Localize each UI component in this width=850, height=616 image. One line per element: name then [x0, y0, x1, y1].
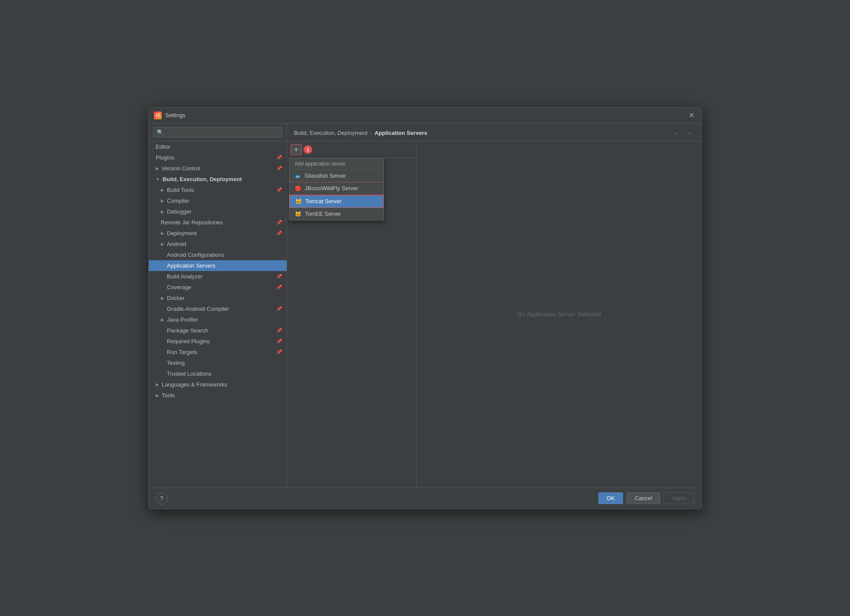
sidebar-item-build-execution-deployment[interactable]: ▼ Build, Execution, Deployment [149, 174, 287, 185]
bt-label: Build Tools [167, 187, 194, 193]
plugins-pin-icon: 📌 [276, 155, 282, 160]
sidebar-item-android[interactable]: ▶ Android [149, 239, 287, 249]
right-panel: No Application Server Selected [417, 141, 701, 488]
main-header: Build, Execution, Deployment › Applicati… [287, 124, 701, 141]
apply-button[interactable]: Apply [664, 492, 694, 504]
coverage-pin-icon: 📌 [276, 284, 282, 290]
sidebar-item-android-configurations[interactable]: Android Configurations [149, 249, 287, 260]
app-icon: IJ [154, 112, 162, 119]
dropdown-item-tomcat[interactable]: 🐱 Tomcat Server [289, 195, 383, 208]
sidebar-item-deployment[interactable]: ▶ Deployment 📌 [149, 228, 287, 239]
sidebar-item-gradle-android[interactable]: Gradle-Android Compiler 📌 [149, 303, 287, 314]
docker-label: Docker [167, 295, 185, 301]
sidebar-item-required-plugins[interactable]: Required Plugins 📌 [149, 336, 287, 347]
ok-button[interactable]: OK [598, 492, 623, 504]
tomcat-label: Tomcat Server [305, 198, 342, 204]
sidebar-item-testing[interactable]: Testing [149, 357, 287, 368]
cancel-button[interactable]: Cancel [626, 492, 660, 504]
sidebar-item-java-profiler[interactable]: ▶ Java Profiler [149, 314, 287, 325]
sidebar-item-debugger[interactable]: ▶ Debugger [149, 206, 287, 217]
dropdown-item-jboss[interactable]: 🔴 JBoss/WildFly Server [289, 182, 383, 195]
jboss-label: JBoss/WildFly Server [305, 185, 358, 192]
breadcrumb-parent: Build, Execution, Deployment [294, 130, 367, 136]
sidebar-item-package-search[interactable]: Package Search 📌 [149, 325, 287, 336]
dropdown-item-glassfish[interactable]: 🐟 Glassfish Server [289, 170, 383, 182]
help-icon: ? [160, 495, 163, 502]
search-box [149, 124, 287, 141]
android-label: Android [167, 241, 186, 247]
tomcat-icon: 🐱 [295, 198, 302, 205]
sidebar-item-trusted-locations[interactable]: Trusted Locations [149, 368, 287, 379]
compiler-label: Compiler [167, 198, 189, 204]
remote-jar-pin-icon: 📌 [276, 220, 282, 225]
vc-pin-icon: 📌 [276, 166, 282, 171]
run-targets-label: Run Targets [167, 349, 197, 355]
toolbar: + 1 [287, 141, 416, 158]
package-search-label: Package Search [167, 327, 208, 334]
settings-dialog: IJ Settings ✕ Editor Plugins 📌 [148, 107, 702, 509]
sidebar-item-build-tools[interactable]: ▶ Build Tools 📌 [149, 185, 287, 195]
deployment-arrow-icon: ▶ [161, 231, 164, 236]
breadcrumb: Build, Execution, Deployment › Applicati… [294, 130, 427, 136]
help-button[interactable]: ? [156, 492, 168, 504]
sidebar-item-plugins[interactable]: Plugins 📌 [149, 152, 287, 163]
sidebar-item-run-targets[interactable]: Run Targets 📌 [149, 347, 287, 357]
main-body: + 1 Add application server 🐟 Glassfish S… [287, 141, 701, 488]
build-analyzer-label: Build Analyzer [167, 273, 202, 280]
required-plugins-pin-icon: 📌 [276, 338, 282, 344]
compiler-arrow-icon: ▶ [161, 198, 164, 203]
dialog-title: Settings [165, 112, 185, 118]
tools-arrow-icon: ▶ [156, 393, 159, 398]
add-icon: + [294, 146, 298, 153]
nav-back-button[interactable]: ← [672, 129, 682, 137]
dropdown-item-tomee[interactable]: 🐱 TomEE Server [289, 208, 383, 220]
bed-arrow-icon: ▼ [156, 177, 160, 182]
editor-label: Editor [156, 144, 170, 150]
lf-arrow-icon: ▶ [156, 382, 159, 387]
tools-label: Tools [162, 392, 175, 399]
vc-arrow-icon: ▶ [156, 166, 159, 171]
search-input[interactable] [153, 127, 282, 137]
breadcrumb-separator: › [370, 130, 372, 136]
sidebar-item-build-analyzer[interactable]: Build Analyzer 📌 [149, 271, 287, 282]
glassfish-icon: 🐟 [294, 172, 301, 179]
nav-forward-button[interactable]: → [684, 129, 694, 137]
bt-pin-icon: 📌 [276, 187, 282, 193]
dropdown-header: Add application server [289, 158, 383, 170]
debugger-label: Debugger [167, 208, 192, 215]
sidebar-item-editor[interactable]: Editor [149, 141, 287, 152]
android-config-label: Android Configurations [167, 252, 224, 258]
sidebar-item-application-servers[interactable]: Application Servers [149, 260, 287, 271]
required-plugins-label: Required Plugins [167, 338, 210, 345]
java-profiler-label: Java Profiler [167, 316, 198, 323]
close-button[interactable]: ✕ [687, 111, 696, 120]
debugger-arrow-icon: ▶ [161, 209, 164, 214]
sidebar-item-remote-jar[interactable]: Remote Jar Repositories 📌 [149, 217, 287, 228]
tomee-icon: 🐱 [294, 211, 301, 217]
trusted-locations-label: Trusted Locations [167, 370, 211, 377]
sidebar-item-docker[interactable]: ▶ Docker [149, 293, 287, 303]
title-bar: IJ Settings ✕ [149, 108, 701, 124]
badge-1: 1 [304, 145, 312, 154]
add-server-button[interactable]: + [291, 144, 302, 155]
bed-label: Build, Execution, Deployment [163, 176, 242, 182]
remote-jar-label: Remote Jar Repositories [161, 219, 223, 226]
left-panel: + 1 Add application server 🐟 Glassfish S… [287, 141, 417, 488]
package-search-pin-icon: 📌 [276, 328, 282, 333]
sidebar-item-tools[interactable]: ▶ Tools [149, 390, 287, 401]
dialog-body: Editor Plugins 📌 ▶ Version Control 📌 ▼ B… [149, 124, 701, 488]
gradle-android-pin-icon: 📌 [276, 306, 282, 312]
sidebar-item-languages-frameworks[interactable]: ▶ Languages & Frameworks [149, 379, 287, 390]
sidebar-item-version-control[interactable]: ▶ Version Control 📌 [149, 163, 287, 174]
app-servers-label: Application Servers [167, 262, 215, 269]
sidebar-scroll: Editor Plugins 📌 ▶ Version Control 📌 ▼ B… [149, 141, 287, 488]
title-bar-left: IJ Settings [154, 112, 185, 119]
vc-label: Version Control [162, 165, 200, 172]
bt-arrow-icon: ▶ [161, 188, 164, 192]
sidebar-item-compiler[interactable]: ▶ Compiler [149, 195, 287, 206]
dialog-footer: ? OK Cancel Apply [149, 488, 701, 509]
sidebar-item-coverage[interactable]: Coverage 📌 [149, 282, 287, 293]
plugins-label: Plugins [156, 154, 174, 161]
build-analyzer-pin-icon: 📌 [276, 274, 282, 279]
sidebar: Editor Plugins 📌 ▶ Version Control 📌 ▼ B… [149, 124, 287, 488]
